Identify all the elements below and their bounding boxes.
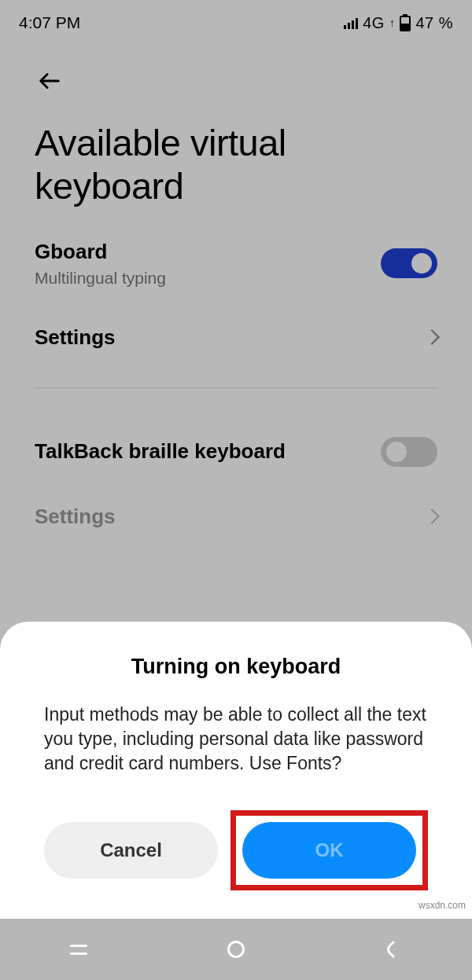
battery-text: 47 % [415,14,453,32]
back-button[interactable] [33,64,66,97]
status-time: 4:07 PM [19,13,80,32]
ok-highlight-box: OK [230,810,428,890]
dialog-body: Input methods may be able to collect all… [44,703,428,776]
settings-row-talkback: Settings [35,505,437,529]
home-icon [227,941,245,958]
nav-back-button[interactable] [346,919,441,980]
signal-icon [344,17,358,29]
system-nav-bar [0,919,472,980]
keyboard-name: TalkBack braille keyboard [35,439,286,464]
divider [35,387,437,388]
keyboard-name: Gboard [35,240,166,264]
settings-label: Settings [35,505,116,529]
keyboard-item-gboard[interactable]: Gboard Multilingual typing [35,240,437,288]
chevron-right-icon [424,509,440,525]
recents-icon [70,945,87,955]
toggle-talkback[interactable] [381,437,437,467]
keyboard-item-talkback[interactable]: TalkBack braille keyboard [35,437,437,467]
page-title: Available virtual keyboard [35,121,437,208]
screen: 4:07 PM 4G ↑ 47 % Available virtual keyb… [0,0,472,980]
network-label: 4G [363,14,385,32]
keyboard-subtitle: Multilingual typing [35,269,166,288]
ok-button[interactable]: OK [242,822,416,879]
chevron-right-icon [424,330,440,346]
back-icon [385,941,403,959]
toggle-gboard[interactable] [381,248,437,278]
settings-label: Settings [35,325,116,350]
watermark: wsxdn.com [417,900,467,911]
status-indicators: 4G ↑ 47 % [344,14,453,32]
arrow-left-icon [36,68,63,94]
dialog-turning-on-keyboard: Turning on keyboard Input methods may be… [0,622,472,919]
dialog-title: Turning on keyboard [44,655,428,679]
nav-recents-button[interactable] [31,919,126,980]
settings-row-gboard[interactable]: Settings [35,325,437,350]
battery-icon [400,14,411,31]
cancel-button[interactable]: Cancel [44,822,218,879]
dialog-buttons: Cancel OK [44,810,428,890]
status-bar: 4:07 PM 4G ↑ 47 % [0,0,472,38]
nav-home-button[interactable] [189,919,283,980]
